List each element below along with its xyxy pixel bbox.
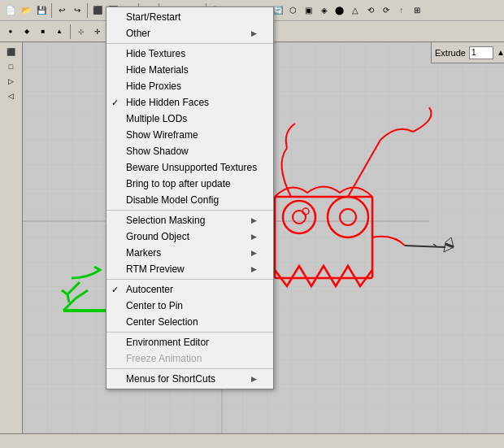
menu-item-other[interactable]: Other bbox=[106, 25, 273, 41]
menu-item-markers[interactable]: Markers bbox=[106, 245, 273, 261]
icon13[interactable]: ▣ bbox=[302, 3, 316, 18]
icon18[interactable]: ⟳ bbox=[379, 3, 393, 18]
menu-item-show-shadow[interactable]: Show Shadow bbox=[106, 143, 273, 159]
icon3[interactable]: ⬛ bbox=[90, 3, 105, 18]
icon17[interactable]: ⟲ bbox=[363, 3, 378, 18]
mode-icon3[interactable]: ■ bbox=[36, 24, 50, 39]
menu-separator bbox=[106, 279, 273, 280]
undo-icon[interactable]: ↩ bbox=[54, 3, 69, 18]
menu-item-disable-model-config[interactable]: Disable Model Config bbox=[106, 192, 273, 208]
icon14[interactable]: ◈ bbox=[317, 3, 332, 18]
menu-item-multiple-lods[interactable]: Multiple LODs bbox=[106, 111, 273, 127]
open-icon[interactable]: 📂 bbox=[19, 3, 33, 18]
extrude-arrow-up[interactable]: ▲ bbox=[497, 48, 504, 57]
menu-item-hide-materials[interactable]: Hide Materials bbox=[106, 62, 273, 78]
menu-item-rtm-preview[interactable]: RTM Preview bbox=[106, 261, 273, 277]
menu-separator bbox=[106, 210, 273, 211]
menu-item-environment-editor[interactable]: Environment Editor bbox=[106, 334, 273, 350]
icon12[interactable]: ⬡ bbox=[286, 3, 301, 18]
icon15[interactable]: ⬤ bbox=[332, 3, 347, 18]
sep2 bbox=[87, 3, 88, 18]
menu-item-center-selection[interactable]: Center Selection bbox=[106, 314, 273, 330]
sep6 bbox=[70, 24, 71, 39]
menu-item-bring-to-top[interactable]: Bring to top after update bbox=[106, 176, 273, 192]
sidebar-icon2[interactable]: □ bbox=[5, 60, 18, 73]
extrude-label: Extrude bbox=[435, 48, 466, 58]
menu-item-hide-textures[interactable]: Hide Textures bbox=[106, 46, 273, 62]
select-icon[interactable]: ⊹ bbox=[74, 24, 89, 39]
menu-item-selection-masking[interactable]: Selection Masking bbox=[106, 212, 273, 228]
save-icon[interactable]: 💾 bbox=[34, 3, 49, 18]
menu-separator bbox=[106, 332, 273, 333]
mode-icon1[interactable]: ● bbox=[3, 24, 18, 39]
menu-item-menus-for-shortcuts[interactable]: Menus for ShortCuts bbox=[106, 371, 273, 387]
status-bar bbox=[0, 433, 504, 448]
sidebar-icon3[interactable]: ▷ bbox=[5, 75, 18, 88]
mode-icon2[interactable]: ◆ bbox=[20, 24, 34, 39]
menu-item-hide-proxies[interactable]: Hide Proxies bbox=[106, 78, 273, 94]
menu-separator bbox=[106, 368, 273, 369]
menu-item-ground-object[interactable]: Ground Object bbox=[106, 228, 273, 245]
transform-icon[interactable]: ✛ bbox=[90, 24, 105, 39]
extrude-bar: Extrude ▲ bbox=[431, 42, 504, 63]
menu-item-freeze-animation: Freeze Animation bbox=[106, 350, 273, 367]
redo-icon[interactable]: ↪ bbox=[70, 3, 85, 18]
mode-icon4[interactable]: ▲ bbox=[52, 24, 67, 39]
extrude-input[interactable] bbox=[469, 46, 493, 59]
menu-item-center-to-pin[interactable]: Center to Pin bbox=[106, 298, 273, 314]
context-menu: Start/RestartOtherHide TexturesHide Mate… bbox=[106, 7, 274, 389]
sep1 bbox=[51, 3, 52, 18]
icon16[interactable]: △ bbox=[348, 3, 363, 18]
menu-item-start-restart[interactable]: Start/Restart bbox=[106, 9, 273, 25]
left-sidebar: ⬛ □ ▷ ◁ bbox=[0, 42, 23, 448]
menu-item-hide-hidden-faces[interactable]: Hide Hidden Faces bbox=[106, 94, 273, 111]
new-icon[interactable]: 📄 bbox=[3, 3, 18, 18]
menu-item-autocenter[interactable]: Autocenter bbox=[106, 281, 273, 298]
menu-item-beware-unsupported[interactable]: Beware Unsupported Textures bbox=[106, 159, 273, 176]
sidebar-icon1[interactable]: ⬛ bbox=[5, 46, 18, 59]
icon20[interactable]: ⊞ bbox=[410, 3, 424, 18]
menu-item-show-wireframe[interactable]: Show Wireframe bbox=[106, 127, 273, 143]
menu-separator bbox=[106, 43, 273, 44]
sidebar-icon4[interactable]: ◁ bbox=[5, 89, 18, 102]
icon19[interactable]: ↑ bbox=[394, 3, 409, 18]
